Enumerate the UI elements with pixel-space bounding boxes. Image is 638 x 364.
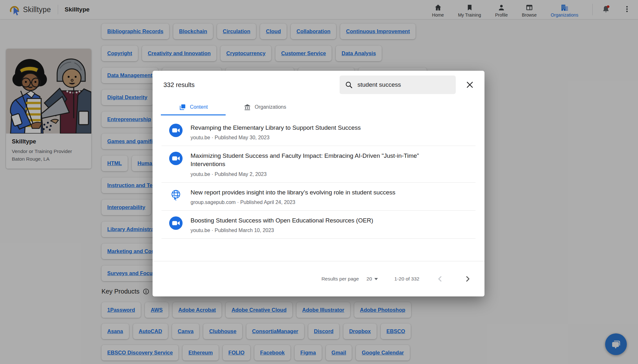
previous-page-button[interactable]	[435, 273, 446, 284]
close-modal-button[interactable]	[464, 79, 476, 91]
zoom-video-icon	[169, 152, 183, 165]
tab-organizations[interactable]: Organizations	[239, 99, 291, 115]
search-result-item[interactable]: New report provides insight into the lib…	[153, 183, 484, 210]
result-meta: group.sagepub.com · Published April 24, …	[191, 200, 395, 205]
next-page-button[interactable]	[462, 273, 473, 284]
caret-down-icon	[374, 278, 378, 280]
skilltype-app: Skilltype Skilltype HomeMy TrainingProfi…	[0, 0, 638, 364]
search-input[interactable]	[357, 81, 432, 89]
result-texts: Maximizing Student Success and Faculty I…	[191, 152, 452, 177]
modal-tabs: Content Organizations	[153, 99, 484, 115]
tab-content[interactable]: Content	[161, 99, 226, 115]
search-box	[340, 76, 456, 94]
close-icon	[465, 80, 474, 89]
search-result-item[interactable]: Boosting Student Success with Open Educa…	[153, 211, 484, 238]
search-result-item[interactable]: Maximizing Student Success and Faculty I…	[153, 146, 484, 182]
result-title: New report provides insight into the lib…	[191, 188, 395, 197]
result-divider	[161, 238, 476, 239]
zoom-video-icon	[169, 124, 183, 137]
search-results-modal: 332 results	[153, 71, 484, 296]
chevron-left-icon	[436, 275, 444, 283]
modal-header: 332 results	[153, 71, 484, 99]
results-list: Revamping the Elementary Library to Supp…	[153, 115, 484, 261]
pagination-footer: Results per page 20 1-20 of 332	[153, 261, 484, 296]
tab-organizations-label: Organizations	[255, 104, 286, 110]
per-page-value: 20	[366, 276, 372, 282]
tab-content-label: Content	[190, 104, 208, 110]
per-page-dropdown[interactable]: 20	[366, 276, 378, 282]
zoom-video-icon	[169, 216, 183, 230]
result-title: Boosting Student Success with Open Educa…	[191, 216, 373, 225]
bank-icon	[244, 103, 251, 111]
result-meta: youtu.be · Published March 10, 2023	[191, 228, 373, 233]
chevron-right-icon	[463, 275, 472, 283]
content-stack-icon	[179, 103, 186, 111]
result-title: Revamping the Elementary Library to Supp…	[191, 124, 361, 132]
results-per-page-label: Results per page	[321, 276, 359, 282]
result-meta: youtu.be · Published May 30, 2023	[191, 135, 361, 141]
page-range: 1-20 of 332	[394, 276, 419, 282]
result-title: Maximizing Student Success and Faculty I…	[191, 152, 452, 168]
result-meta: youtu.be · Published May 2, 2023	[191, 171, 452, 177]
result-texts: Boosting Student Success with Open Educa…	[191, 216, 373, 233]
globe-icon	[169, 188, 183, 202]
result-texts: New report provides insight into the lib…	[191, 188, 395, 205]
search-icon	[345, 81, 353, 89]
results-count: 332 results	[163, 81, 195, 89]
search-result-item[interactable]: Revamping the Elementary Library to Supp…	[153, 118, 484, 146]
result-texts: Revamping the Elementary Library to Supp…	[191, 124, 361, 141]
